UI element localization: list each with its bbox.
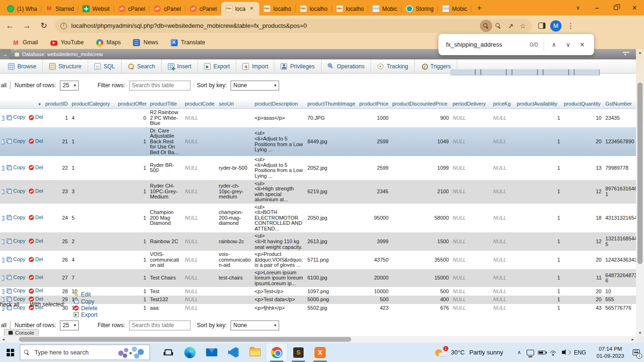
column-header-productCode[interactable]: productCode	[183, 99, 217, 109]
share-icon[interactable]	[504, 20, 517, 32]
bookmark-gmail[interactable]: Gmail	[12, 39, 38, 46]
hidden-icons-chevron[interactable]	[513, 343, 525, 362]
column-header-productAvailablity[interactable]: productAvailablity	[515, 99, 562, 109]
find-previous-icon[interactable]	[547, 38, 561, 52]
browser-tab[interactable]: localho	[332, 2, 368, 16]
browser-tab[interactable]: (1) Wha	[3, 2, 41, 16]
browser-menu-icon[interactable]	[566, 22, 578, 30]
check-all-label[interactable]: heck all	[0, 301, 19, 308]
column-header-priceKg[interactable]: priceKg	[491, 99, 515, 109]
filter-input[interactable]	[129, 81, 190, 90]
find-close-icon[interactable]	[575, 38, 589, 52]
browser-tab[interactable]: cPanel	[149, 2, 185, 16]
copy-selected-button[interactable]: Copy	[74, 298, 98, 305]
url-text[interactable]: localhost/phpmyadmin/sql.php?db=websited…	[71, 22, 480, 29]
column-header-productID[interactable]: productID	[43, 99, 70, 109]
pma-tab-browse[interactable]: Browse	[2, 59, 43, 73]
mail-taskbar-button[interactable]	[201, 343, 223, 362]
profile-avatar[interactable]: M	[550, 20, 561, 32]
bookmark-star-icon[interactable]	[517, 20, 529, 32]
copy-row-link[interactable]: Copy	[7, 239, 25, 244]
scroll-right-icon[interactable]	[629, 336, 636, 343]
browser-tab[interactable]: loca	[221, 2, 259, 16]
show-all-label[interactable]: all	[1, 322, 7, 329]
nav-panel-toggle-icon[interactable]	[0, 49, 10, 59]
side-panel-icon[interactable]	[538, 23, 545, 29]
bookmark-news[interactable]: News	[133, 39, 158, 46]
column-header-seoUri[interactable]: seoUri	[217, 99, 253, 109]
bookmark-youtube[interactable]: YouTube	[50, 39, 84, 46]
browser-tab[interactable]: Websit	[78, 2, 114, 16]
close-button[interactable]	[625, 0, 644, 16]
delete-row-link[interactable]: Delete	[29, 215, 43, 221]
maximize-button[interactable]	[606, 0, 625, 16]
delete-row-link[interactable]: Delete	[29, 257, 43, 263]
sort-select[interactable]: None	[231, 81, 279, 90]
row-options-header[interactable]	[0, 99, 43, 109]
notification-center[interactable]: 1	[630, 343, 642, 362]
rows-select[interactable]: 25	[60, 81, 79, 90]
browser-tab[interactable]: Storing	[402, 2, 438, 16]
column-header-productDescription[interactable]: productDescription	[253, 99, 305, 109]
delete-row-link[interactable]: Delete	[29, 239, 43, 244]
vertical-scrollbar[interactable]	[636, 49, 644, 336]
edge-taskbar-button[interactable]	[179, 343, 201, 362]
site-info-icon[interactable]	[60, 23, 67, 29]
browser-tab[interactable]: cPanel	[185, 2, 221, 16]
pma-tab-privileges[interactable]: Privileges	[274, 59, 321, 73]
chrome-taskbar-button[interactable]	[266, 343, 288, 362]
edit-selected-button[interactable]: Edit	[74, 291, 98, 298]
scroll-up-icon[interactable]	[636, 49, 644, 56]
vscode-taskbar-button[interactable]	[223, 343, 244, 362]
back-button[interactable]	[3, 19, 17, 33]
reload-button[interactable]	[37, 19, 51, 33]
column-header-productCategory[interactable]: productCategory	[70, 99, 116, 109]
volume-tray-icon[interactable]	[559, 343, 570, 362]
column-header-productDiscountedPrice[interactable]: productDiscountedPrice	[390, 99, 451, 109]
export-selected-button[interactable]: Export	[74, 312, 98, 318]
bookmark-translate[interactable]: Translate	[171, 39, 206, 46]
column-options-caret-icon[interactable]	[38, 101, 41, 107]
tab-close-icon[interactable]	[248, 6, 255, 12]
find-in-page-active-icon[interactable]	[480, 20, 492, 32]
browser-tab[interactable]: Mobic	[368, 2, 402, 16]
clock[interactable]: 07:14 PM 01-09-2023	[596, 346, 624, 360]
cast-tray-icon[interactable]	[525, 343, 536, 362]
explorer-taskbar-button[interactable]	[244, 343, 266, 362]
scroll-left-icon[interactable]	[0, 336, 7, 343]
browser-tab[interactable]: localho	[296, 2, 332, 16]
delete-row-link[interactable]: Delete	[29, 288, 43, 294]
task-view-taskbar-button[interactable]	[157, 343, 179, 362]
browser-tab[interactable]: localho	[259, 2, 296, 16]
scroll-down-icon[interactable]	[636, 329, 644, 336]
delete-row-link[interactable]: Delete	[29, 189, 43, 194]
rows-select[interactable]: 25	[60, 321, 79, 330]
find-input[interactable]: fx_shipping_address	[446, 41, 530, 48]
bookmark-maps[interactable]: Maps	[96, 39, 121, 46]
console-tab[interactable]: Console	[4, 329, 39, 336]
horizontal-scrollbar-thumb[interactable]	[19, 337, 351, 342]
zoom-icon[interactable]	[492, 20, 504, 32]
delete-row-link[interactable]: Delete	[29, 115, 43, 120]
column-header-productOffer[interactable]: productOffer	[116, 99, 148, 109]
battery-tray-icon[interactable]	[536, 343, 547, 362]
column-header-periodDelivery[interactable]: periodDelivery	[451, 99, 491, 109]
taskbar-search[interactable]: Type here to search	[20, 345, 150, 360]
column-header-productQuantity[interactable]: productQuantity	[562, 99, 603, 109]
vertical-scrollbar-thumb[interactable]	[637, 82, 643, 264]
pma-tab-export[interactable]: Export	[198, 59, 237, 73]
column-header-productPrice[interactable]: productPrice	[357, 99, 390, 109]
show-all-label[interactable]: all	[1, 82, 7, 89]
browser-tab[interactable]: cPanel	[114, 2, 150, 16]
filter-input[interactable]	[129, 321, 190, 330]
pma-tab-structure[interactable]: Structure	[43, 59, 88, 73]
browser-tab[interactable]: Starred	[41, 2, 78, 16]
breadcrumb-item[interactable]: Database: websitedemo_mobicrew	[14, 51, 103, 57]
language-indicator[interactable]: ENG	[574, 349, 586, 356]
delete-row-link[interactable]: Delete	[29, 139, 43, 144]
copy-row-link[interactable]: Copy	[7, 275, 25, 280]
weather-widget[interactable]: 1 30°C Partly sunny	[435, 347, 504, 358]
copy-row-link[interactable]: Copy	[7, 189, 25, 194]
address-bar[interactable]: localhost/phpmyadmin/sql.php?db=websited…	[55, 19, 532, 33]
forward-button[interactable]	[20, 19, 34, 33]
